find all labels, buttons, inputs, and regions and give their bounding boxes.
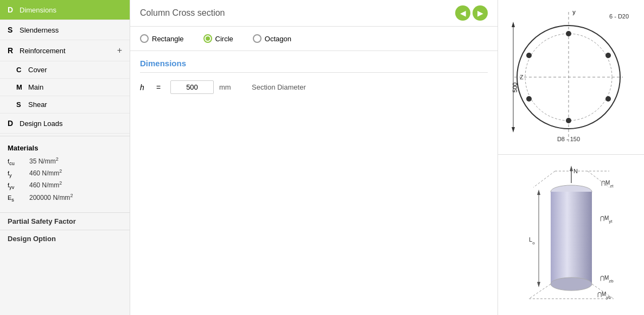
svg-marker-8 — [512, 127, 515, 133]
cross-section-options: Rectangle Circle Octagon — [130, 27, 498, 51]
mat-label-fy: fy — [8, 170, 29, 178]
sidebar-label-design-loads: Design Loads — [20, 119, 122, 128]
radio-circle[interactable]: Circle — [203, 34, 233, 43]
panel-title: Column Cross section — [140, 8, 225, 18]
mat-label-fcu: fcu — [8, 158, 29, 166]
mat-value-fcu: 35 N/mm2 — [29, 156, 59, 165]
material-fyv: fyv 460 N/mm2 — [8, 180, 122, 190]
svg-point-10 — [566, 31, 571, 36]
sidebar-label-dimensions: Dimensions — [20, 6, 122, 14]
mat-label-fyv: fyv — [8, 182, 29, 190]
svg-text:⋂Mzb: ⋂Mzb — [600, 275, 614, 284]
radio-octagon[interactable]: Octagon — [253, 34, 291, 43]
sidebar-label-reinforcement: Reinforcement — [20, 47, 117, 55]
svg-point-12 — [526, 53, 532, 58]
svg-marker-29 — [537, 190, 540, 195]
sidebar-letter-d2: D — [8, 119, 20, 128]
sidebar-item-cover[interactable]: C Cover — [0, 61, 130, 79]
sidebar-label-slenderness: Slenderness — [20, 26, 122, 34]
column-3d-svg: N ⋂Mzt ⋂Myt — [517, 166, 626, 304]
dim-label-h: h — [140, 83, 151, 92]
svg-marker-21 — [570, 166, 573, 171]
sidebar-item-dimensions[interactable]: D Dimensions — [0, 0, 130, 20]
prev-button[interactable]: ◀ — [455, 5, 470, 21]
mat-value-es: 200000 N/mm2 — [29, 193, 73, 201]
sidebar-item-reinforcement[interactable]: R Reinforcement + — [0, 40, 130, 61]
sidebar-letter-d: D — [8, 5, 20, 14]
right-panel: y 6 - D20 Z 500 — [498, 0, 644, 315]
materials-section: Materials fcu 35 N/mm2 fy 460 N/mm2 fyv … — [0, 136, 130, 212]
sidebar-letter-s2: S — [16, 100, 28, 109]
svg-point-26 — [551, 278, 592, 291]
svg-line-32 — [529, 284, 551, 299]
dim-equals-h: = — [156, 83, 165, 92]
sidebar-item-main[interactable]: M Main — [0, 79, 130, 96]
sidebar-label-cover: Cover — [28, 66, 47, 74]
dimensions-section: Dimensions h = mm Section Diameter — [130, 51, 498, 107]
svg-text:Lo: Lo — [529, 236, 535, 245]
radio-label-octagon: Octagon — [265, 35, 291, 43]
sidebar: D Dimensions S Slenderness R Reinforceme… — [0, 0, 130, 315]
radio-circle-rectangle — [140, 34, 149, 43]
radio-circle-octagon — [253, 34, 262, 43]
radio-circle-circle — [203, 34, 212, 43]
svg-rect-25 — [551, 192, 592, 284]
material-fcu: fcu 35 N/mm2 — [8, 156, 122, 166]
sidebar-item-design-loads[interactable]: D Design Loads — [0, 114, 130, 134]
sidebar-letter-r: R — [8, 46, 20, 55]
svg-text:y: y — [572, 9, 576, 15]
material-fy: fy 460 N/mm2 — [8, 168, 122, 178]
svg-text:500: 500 — [512, 83, 518, 92]
svg-text:⋂Mzt: ⋂Mzt — [601, 180, 614, 188]
svg-point-11 — [566, 118, 571, 123]
sidebar-plus-reinforcement: + — [117, 46, 122, 55]
main-content: Column Cross section ◀ ▶ Rectangle Circl… — [130, 0, 498, 315]
svg-marker-7 — [512, 22, 515, 27]
circle-diagram-panel: y 6 - D20 Z 500 — [498, 0, 644, 155]
radio-label-circle: Circle — [215, 35, 233, 43]
panel-header: Column Cross section ◀ ▶ — [130, 0, 498, 27]
radio-label-rectangle: Rectangle — [152, 35, 184, 43]
nav-arrows: ◀ ▶ — [455, 5, 488, 21]
rebar-label: 6 - D20 — [609, 13, 629, 20]
partial-safety-factor-link[interactable]: Partial Safety Factor — [0, 212, 130, 230]
sidebar-label-main: Main — [28, 83, 43, 91]
mat-value-fyv: 460 N/mm2 — [29, 180, 62, 189]
sidebar-letter-s: S — [8, 26, 20, 34]
svg-point-14 — [526, 96, 532, 102]
svg-text:N: N — [573, 168, 578, 174]
mat-label-es: Es — [8, 194, 29, 203]
sidebar-letter-m: M — [16, 83, 28, 91]
mat-value-fy: 460 N/mm2 — [29, 168, 62, 177]
sidebar-item-slenderness[interactable]: S Slenderness — [0, 20, 130, 40]
svg-text:⋂Myb: ⋂Myb — [597, 291, 611, 300]
material-es: Es 200000 N/mm2 — [8, 193, 122, 203]
materials-title: Materials — [8, 144, 122, 152]
next-button[interactable]: ▶ — [473, 5, 488, 21]
circle-section-svg: y 6 - D20 Z 500 — [509, 7, 634, 148]
design-option-link[interactable]: Design Option — [0, 230, 130, 247]
svg-point-15 — [605, 96, 611, 102]
dimensions-title: Dimensions — [140, 59, 488, 73]
sidebar-label-shear: Shear — [28, 100, 47, 109]
dim-desc-h: Section Diameter — [252, 83, 306, 91]
svg-text:⋂Myt: ⋂Myt — [600, 215, 613, 224]
sidebar-letter-c: C — [16, 66, 28, 74]
dimension-row-h: h = mm Section Diameter — [140, 80, 488, 94]
svg-text:Z: Z — [520, 74, 524, 80]
svg-point-13 — [605, 53, 611, 58]
svg-text:D8 - 150: D8 - 150 — [557, 136, 579, 142]
dim-unit-h: mm — [219, 83, 235, 91]
sidebar-item-shear[interactable]: S Shear — [0, 96, 130, 114]
column-3d-diagram-panel: N ⋂Mzt ⋂Myt — [498, 155, 644, 315]
dim-input-h[interactable] — [170, 80, 214, 94]
svg-marker-30 — [537, 282, 540, 287]
radio-rectangle[interactable]: Rectangle — [140, 34, 184, 43]
svg-line-17 — [533, 171, 555, 187]
